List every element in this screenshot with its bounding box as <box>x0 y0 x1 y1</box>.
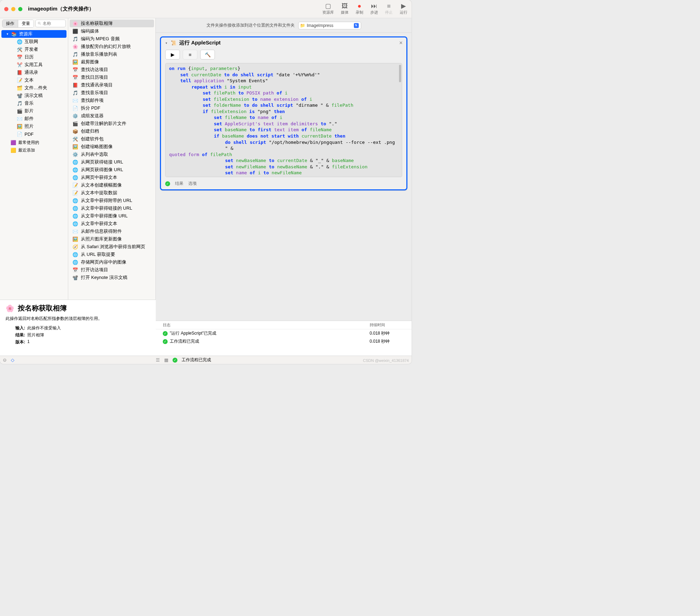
action-icon: 🌸 <box>72 21 78 26</box>
action-item[interactable]: 🎵播放音乐播放列表 <box>70 50 154 58</box>
action-item[interactable]: 🌸播放配旁白的幻灯片放映 <box>70 43 154 50</box>
media-toolbar-button[interactable]: 🖼媒体 <box>341 3 349 15</box>
action-item[interactable]: 🌐存储网页内容中的图像 <box>70 258 154 266</box>
search-input[interactable] <box>43 21 63 26</box>
action-icon: 🌐 <box>72 213 78 219</box>
stop-script-button[interactable]: ■ <box>183 50 197 59</box>
grid-icon[interactable]: ▦ <box>164 357 168 363</box>
step-toolbar-button[interactable]: ⏭步进 <box>370 3 378 15</box>
category-item[interactable]: 🛠️开发者 <box>0 46 68 53</box>
variables-icon[interactable]: ⊝ <box>3 357 7 363</box>
action-item[interactable]: 🌐从文章中获得附带的 URL <box>70 197 154 204</box>
action-item[interactable]: 📕查找通讯录项目 <box>70 81 154 89</box>
category-item[interactable]: 📝文本 <box>0 76 68 84</box>
action-item[interactable]: 🎬创建带注解的影片文件 <box>70 120 154 127</box>
category-icon: 📕 <box>17 70 22 75</box>
applescript-icon: 📜 <box>171 40 176 46</box>
action-item[interactable]: 📽️打开 Keynote 演示文稿 <box>70 274 154 281</box>
category-item[interactable]: 🎵音乐 <box>0 99 68 107</box>
category-item[interactable]: ✂️实用工具 <box>0 61 68 69</box>
action-item[interactable]: 🌐从 URL 获取提要 <box>70 251 154 258</box>
action-item[interactable]: ✉️查找邮件项 <box>70 97 154 104</box>
record-toolbar-button[interactable]: ●录制 <box>356 3 363 15</box>
smart-folder-item[interactable]: 🟪最常使用的 <box>0 139 68 146</box>
zoom-window-button[interactable] <box>18 7 22 11</box>
run-script-button[interactable]: ▶ <box>165 50 180 59</box>
action-item[interactable]: 📅打开访达项目 <box>70 266 154 274</box>
folder-select[interactable]: 📁ImageImpress ⇅ <box>298 22 361 29</box>
action-icon: 🌐 <box>72 175 78 180</box>
action-item[interactable]: 🌐从文章中获得文本 <box>70 220 154 227</box>
log-panel: 日志 持续时间 ✓"运行 AppleScript"已完成0.018 秒钟✓工作流… <box>156 321 412 356</box>
bookmark-icon[interactable]: ◇ <box>11 357 14 363</box>
library-segment: 操作 变量 <box>2 20 34 28</box>
category-item[interactable]: 🌐互联网 <box>0 38 68 46</box>
action-item[interactable]: 📦创建归档 <box>70 127 154 135</box>
action-item[interactable]: 🌸按名称获取相簿 <box>70 20 154 27</box>
action-item[interactable]: 🖼️裁剪图像 <box>70 58 154 66</box>
action-item[interactable]: 🌐从网页获得链接 URL <box>70 158 154 166</box>
category-item[interactable]: ✉️邮件 <box>0 115 68 122</box>
run-toolbar-button[interactable]: ▶运行 <box>400 3 407 15</box>
action-item[interactable]: 🎵查找音乐项目 <box>70 89 154 97</box>
stop-toolbar-button[interactable]: ■停止 <box>385 3 393 15</box>
library-toolbar-button[interactable]: ▢资源库 <box>322 3 334 15</box>
action-item[interactable]: ⬛编码媒体 <box>70 27 154 35</box>
action-item[interactable]: ✉️从邮件信息获得附件 <box>70 227 154 235</box>
chevron-down-icon[interactable]: ▾ <box>164 41 168 45</box>
category-item[interactable]: 📽️演示文稿 <box>0 92 68 99</box>
action-item[interactable]: ⚙️从列表中选取 <box>70 150 154 158</box>
action-icon: 🎵 <box>72 51 78 57</box>
category-item[interactable]: 🗂️文件…件夹 <box>0 84 68 92</box>
action-item[interactable]: 📝从文本中提取数据 <box>70 189 154 197</box>
minimize-window-button[interactable] <box>11 7 15 11</box>
category-item[interactable]: 🖼️照片 <box>0 122 68 130</box>
category-item[interactable]: 📄PDF <box>0 130 68 138</box>
category-item[interactable]: 🎬影片 <box>0 107 68 115</box>
segment-variables[interactable]: 变量 <box>18 20 34 27</box>
action-item[interactable]: ⚙️成组发送器 <box>70 112 154 120</box>
action-item[interactable]: 📄拆分 PDF <box>70 104 154 112</box>
action-icon: 🌐 <box>72 221 78 226</box>
log-col-message: 日志 <box>163 322 370 328</box>
action-item[interactable]: 🌐从网页获得图像 URL <box>70 166 154 174</box>
category-icon: ✉️ <box>17 116 22 121</box>
tab-result[interactable]: 结果 <box>175 181 183 187</box>
search-icon <box>38 21 41 26</box>
close-step-button[interactable]: ✕ <box>399 40 403 46</box>
search-field[interactable] <box>35 20 66 27</box>
folder-action-header: 文件夹操作接收添加到这个位置的文件和文件夹 📁ImageImpress ⇅ <box>156 18 412 33</box>
action-item[interactable]: 📅查找访达项目 <box>70 66 154 74</box>
step-title: 运行 AppleScript <box>179 40 220 46</box>
action-icon: 🌐 <box>72 252 78 257</box>
action-icon: 🌐 <box>72 205 78 211</box>
action-item[interactable]: 🖼️创建缩略图图像 <box>70 143 154 150</box>
action-info-panel: 🌸按名称获取相簿 此操作返回对名称匹配所指参数的顶层相簿的引用。 输入:此操作不… <box>0 300 156 356</box>
category-item[interactable]: 📅日历 <box>0 53 68 61</box>
tab-options[interactable]: 选项 <box>188 181 197 187</box>
action-item[interactable]: 🛠️创建软件包 <box>70 135 154 143</box>
smart-folder-item[interactable]: 🟨最近添加 <box>0 146 68 154</box>
compile-script-button[interactable]: 🔨 <box>200 50 215 59</box>
svg-point-0 <box>38 22 40 24</box>
action-item[interactable]: 🌐从文章中获得链接的 URL <box>70 204 154 212</box>
list-icon[interactable]: ☰ <box>156 357 160 363</box>
log-row[interactable]: ✓工作流程已完成0.018 秒钟 <box>156 337 412 345</box>
log-row[interactable]: ✓"运行 AppleScript"已完成0.018 秒钟 <box>156 329 412 337</box>
segment-actions[interactable]: 操作 <box>2 20 18 27</box>
applescript-code[interactable]: on run {input, parameters} set currentDa… <box>165 63 402 177</box>
category-item[interactable]: 📕通讯录 <box>0 69 68 76</box>
action-item[interactable]: 🎵编码为 MPEG 音频 <box>70 35 154 43</box>
action-item[interactable]: 🖼️从照片图库更新图像 <box>70 235 154 243</box>
action-item[interactable]: 🌐从文章中获得图像 URL <box>70 212 154 220</box>
library-root[interactable]: ▾ 📚 资源库 <box>1 30 66 38</box>
action-icon: 🌐 <box>72 259 78 265</box>
action-item[interactable]: 🌐从网页中获得文本 <box>70 174 154 181</box>
scrollbar-thumb[interactable] <box>399 65 401 82</box>
action-item[interactable]: 📅查找日历项目 <box>70 74 154 81</box>
action-icon: ✉️ <box>72 98 78 103</box>
chevron-down-icon: ▾ <box>6 32 9 36</box>
action-item[interactable]: 📝从文本创建横幅图像 <box>70 181 154 189</box>
action-item[interactable]: 🧭从 Safari 浏览器中获得当前网页 <box>70 243 154 251</box>
close-window-button[interactable] <box>4 7 8 11</box>
